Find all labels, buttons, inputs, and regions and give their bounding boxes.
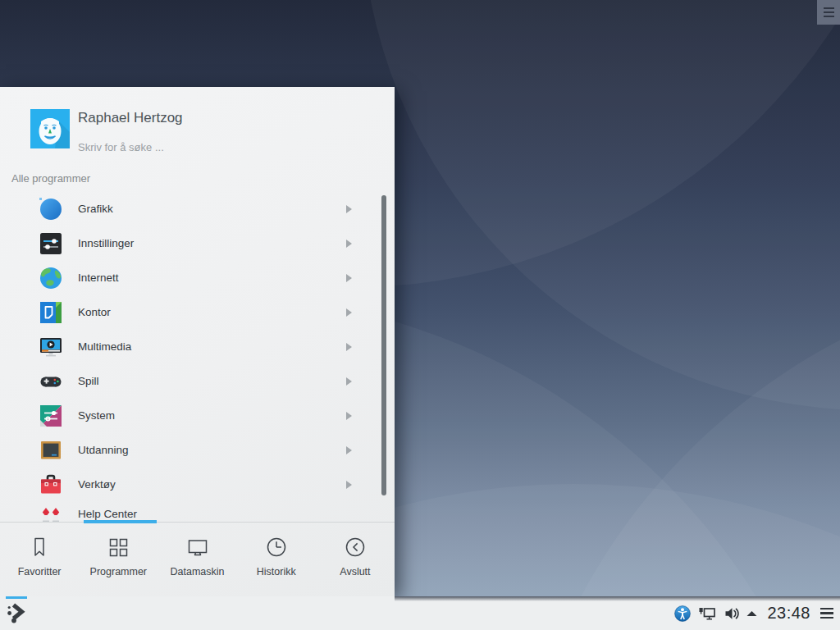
system-preferences-icon (38, 403, 64, 429)
search-input[interactable]: Skriv for å søke ... (78, 141, 164, 153)
tab-datamaskin[interactable]: Datamaskin (158, 525, 236, 596)
category-item-kontor[interactable]: Kontor (0, 295, 395, 330)
category-item-utdanning[interactable]: Utdanning (0, 433, 395, 468)
tab-programmer[interactable]: Programmer (79, 525, 158, 596)
applications-grid-icon (106, 535, 130, 559)
category-item-grafikk[interactable]: Grafikk (0, 192, 395, 226)
submenu-arrow-icon (346, 240, 352, 248)
tab-label: Historikk (257, 566, 296, 578)
desktop-toolbox-button[interactable] (817, 0, 840, 25)
application-launcher-menu: Raphael Hertzog Skriv for å søke ... All… (0, 87, 395, 596)
network-icon[interactable] (698, 605, 716, 622)
scrollbar[interactable] (381, 195, 386, 495)
category-label: Utdanning (78, 433, 129, 468)
category-item-innstillinger[interactable]: Innstillinger (0, 226, 395, 261)
user-name: Raphael Hertzog (78, 110, 183, 126)
tab-label: Programmer (90, 566, 147, 578)
category-label: Grafikk (78, 192, 113, 226)
submenu-arrow-icon (346, 446, 352, 454)
tab-favoritter[interactable]: Favoritter (0, 525, 79, 596)
category-label: Innstillinger (78, 226, 134, 261)
app-item-help-center[interactable]: Help Center (0, 502, 395, 522)
settings-sliders-icon (38, 231, 64, 257)
application-category-list: Grafikk Innstillinger Internett (0, 192, 395, 522)
education-blackboard-icon (38, 437, 64, 463)
category-label: Internett (78, 261, 119, 295)
hamburger-icon (820, 608, 833, 619)
app-launcher-icon (6, 602, 27, 625)
category-item-system[interactable]: System (0, 399, 395, 433)
tab-label: Avslutt (340, 566, 370, 578)
computer-icon (185, 535, 210, 559)
submenu-arrow-icon (346, 308, 352, 317)
expand-tray-icon[interactable] (746, 610, 757, 617)
category-label: Kontor (78, 295, 111, 330)
category-label: Verktøy (78, 468, 116, 502)
app-launcher-button[interactable] (2, 596, 30, 630)
active-tab-indicator (84, 520, 157, 523)
submenu-arrow-icon (346, 412, 352, 420)
help-center-icon (38, 504, 64, 522)
accessibility-icon[interactable] (674, 605, 691, 622)
system-tray: 23:48 (674, 596, 833, 630)
games-gamepad-icon (38, 368, 64, 395)
section-label: Alle programmer (11, 172, 90, 185)
submenu-arrow-icon (346, 377, 352, 386)
graphics-ball-icon (38, 196, 64, 222)
digital-clock[interactable]: 23:48 (767, 604, 810, 623)
tab-historikk[interactable]: Historikk (237, 525, 316, 596)
category-label: Multimedia (78, 330, 131, 364)
submenu-arrow-icon (346, 481, 352, 489)
panel-menu-button[interactable] (820, 608, 833, 619)
submenu-arrow-icon (346, 274, 352, 282)
leave-icon (343, 535, 368, 559)
divider (0, 522, 395, 523)
taskbar-panel: 23:48 (0, 596, 840, 630)
tab-label: Datamaskin (171, 566, 225, 578)
internet-globe-icon (38, 265, 64, 291)
category-label: Spill (78, 364, 99, 399)
category-item-internett[interactable]: Internett (0, 261, 395, 295)
kickoff-tabbar: Favoritter Programmer Datamaskin Histori… (0, 525, 395, 596)
submenu-arrow-icon (346, 343, 352, 351)
tab-avslutt[interactable]: Avslutt (316, 525, 395, 596)
submenu-arrow-icon (346, 205, 352, 213)
history-clock-icon (264, 535, 289, 559)
category-item-spill[interactable]: Spill (0, 364, 395, 399)
category-item-multimedia[interactable]: Multimedia (0, 330, 395, 364)
tab-label: Favoritter (18, 566, 62, 578)
bookmark-icon (27, 535, 52, 559)
category-label: System (78, 399, 115, 433)
app-label: Help Center (78, 502, 137, 522)
hamburger-icon (824, 7, 834, 18)
volume-icon[interactable] (724, 606, 739, 621)
category-item-verktoy[interactable]: Verktøy (0, 468, 395, 502)
user-avatar[interactable] (30, 109, 70, 148)
launcher-active-indicator (6, 596, 27, 599)
utilities-toolbox-icon (38, 472, 64, 498)
office-document-icon (38, 299, 64, 326)
multimedia-player-icon (38, 334, 64, 360)
